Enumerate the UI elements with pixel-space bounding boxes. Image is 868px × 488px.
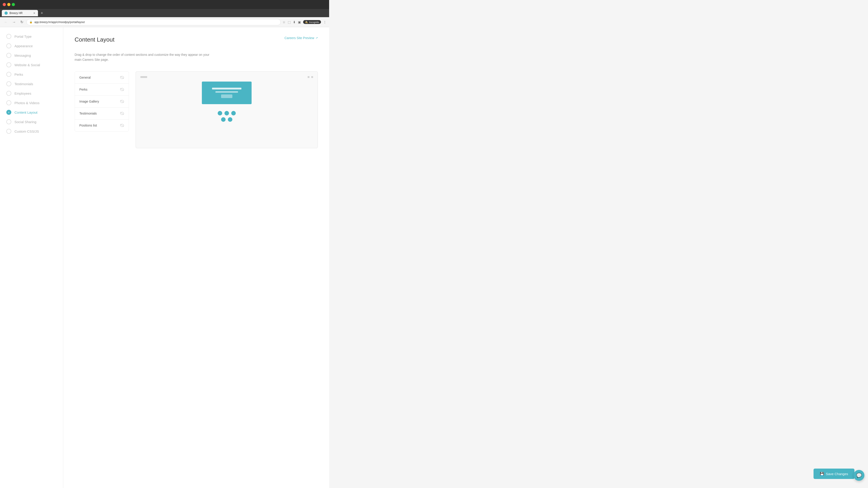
sidebar-item-testimonials[interactable]: Testimonials (0, 79, 63, 89)
sidebar-item-employees[interactable]: Employees (0, 89, 63, 98)
hide-icon-image-gallery[interactable] (120, 100, 124, 103)
forward-btn[interactable]: → (11, 19, 17, 25)
hero-line-2 (215, 91, 238, 93)
list-item-general-label: General (79, 76, 91, 79)
sidebar-icon-employees (6, 91, 11, 96)
preview-icons-row-2 (221, 117, 232, 122)
main-content: Content Layout Careers Site Preview ↗ Dr… (63, 27, 329, 488)
minimize-window-btn[interactable] (7, 3, 10, 6)
window-controls (3, 3, 15, 6)
hide-icon-testimonials[interactable] (120, 112, 124, 115)
sidebar-label-employees: Employees (14, 92, 31, 95)
careers-preview-text: Careers Site Preview (285, 36, 314, 40)
sidebar-item-website-social[interactable]: Website & Social (0, 60, 63, 70)
app-container: Portal Type Appearance Messaging Website… (0, 27, 329, 488)
hide-icon-perks[interactable] (120, 88, 124, 91)
list-item-positions-list[interactable]: Positions list (75, 120, 129, 131)
sidebar-label-custom-css: Custom CSS/JS (14, 129, 39, 133)
reload-btn[interactable]: ↻ (19, 19, 25, 25)
list-panel: General Perks Image Gallery (74, 71, 129, 131)
list-item-image-gallery[interactable]: Image Gallery (75, 96, 129, 107)
preview-icons-row-1 (218, 111, 236, 116)
sidebar-icon-social-sharing (6, 119, 11, 124)
sidebar-icon-portal-type (6, 34, 11, 39)
url-text: app.breezy.hr/app/c/moodjoy/portal/layou… (34, 21, 278, 24)
sidebar-icon-testimonials (6, 81, 11, 86)
tab-title: Breezy HR (9, 11, 23, 15)
tab-favicon (4, 11, 8, 15)
hide-icon-positions-list[interactable] (120, 124, 124, 127)
toolbar-icons: ☆ ⬚ ⬇ ▣ 🕵 Incognito ⋮ (283, 20, 327, 24)
sidebar-label-testimonials: Testimonials (14, 82, 33, 86)
hero-line-1 (212, 88, 241, 90)
content-area: General Perks Image Gallery (74, 71, 318, 148)
browser-chrome (0, 0, 329, 9)
incognito-badge: 🕵 Incognito (303, 20, 321, 24)
sidebar-label-messaging: Messaging (14, 54, 31, 57)
tab-bar: Breezy HR ✕ + (0, 9, 329, 17)
sidebar-icon-photos-videos (6, 100, 11, 105)
sidebar-label-perks: Perks (14, 72, 23, 76)
description-text: Drag & drop to change the order of conte… (74, 52, 210, 62)
sidebar-item-photos-videos[interactable]: Photos & Videos (0, 98, 63, 107)
page-title: Content Layout (74, 36, 114, 43)
tab-close-btn[interactable]: ✕ (33, 12, 35, 15)
preview-nav-dot1 (308, 76, 309, 78)
list-item-image-gallery-label: Image Gallery (79, 100, 99, 103)
preview-panel (135, 71, 318, 148)
preview-circle-4 (221, 117, 225, 122)
careers-preview-link[interactable]: Careers Site Preview ↗ (285, 36, 318, 40)
address-bar-row: ← → ↻ 🔒 app.breezy.hr/app/c/moodjoy/port… (0, 17, 329, 27)
menu-icon[interactable]: ⋮ (323, 20, 327, 24)
sidebar: Portal Type Appearance Messaging Website… (0, 27, 63, 488)
preview-circle-1 (218, 111, 222, 116)
preview-nav-bar (141, 76, 313, 78)
preview-nav-dot2 (311, 76, 313, 78)
preview-hero (202, 82, 252, 104)
sidebar-label-social-sharing: Social Sharing (14, 120, 36, 124)
external-link-icon: ↗ (315, 36, 318, 39)
sidebar-item-content-layout[interactable]: ≡ Content Layout (0, 107, 63, 117)
incognito-label: Incognito (309, 21, 319, 24)
address-bar[interactable]: 🔒 app.breezy.hr/app/c/moodjoy/portal/lay… (26, 19, 281, 25)
preview-circle-5 (228, 117, 232, 122)
download-icon[interactable]: ⬇ (293, 20, 296, 24)
sidebar-item-perks[interactable]: Perks (0, 70, 63, 79)
active-tab[interactable]: Breezy HR ✕ (2, 10, 38, 16)
sidebar-icon-appearance (6, 43, 11, 48)
lock-icon: 🔒 (29, 21, 33, 24)
sidebar-icon-custom-css (6, 129, 11, 134)
sidebar-item-custom-css[interactable]: Custom CSS/JS (0, 127, 63, 136)
sidebar-label-website-social: Website & Social (14, 63, 40, 67)
split-screen-icon[interactable]: ▣ (298, 20, 301, 24)
maximize-window-btn[interactable] (12, 3, 15, 6)
hero-cta-btn (221, 94, 232, 98)
sidebar-label-photos-videos: Photos & Videos (14, 101, 39, 105)
list-item-perks-label: Perks (79, 88, 88, 91)
sidebar-icon-messaging (6, 53, 11, 58)
incognito-icon: 🕵 (305, 21, 308, 24)
preview-circle-3 (231, 111, 236, 116)
list-item-testimonials-label: Testimonials (79, 111, 97, 115)
sidebar-item-messaging[interactable]: Messaging (0, 51, 63, 60)
sidebar-label-appearance: Appearance (14, 44, 33, 48)
extensions-icon[interactable]: ⬚ (288, 20, 291, 24)
sidebar-item-social-sharing[interactable]: Social Sharing (0, 117, 63, 127)
bookmark-icon[interactable]: ☆ (283, 20, 285, 24)
sidebar-icon-content-layout: ≡ (6, 110, 11, 115)
list-item-positions-label: Positions list (79, 124, 97, 127)
list-item-testimonials[interactable]: Testimonials (75, 107, 129, 120)
page-header: Content Layout Careers Site Preview ↗ (74, 36, 318, 43)
sidebar-icon-perks (6, 72, 11, 77)
sidebar-label-portal-type: Portal Type (14, 35, 32, 38)
hide-icon-general[interactable] (120, 76, 124, 79)
sidebar-item-appearance[interactable]: Appearance (0, 41, 63, 51)
sidebar-icon-website-social (6, 62, 11, 67)
list-item-perks[interactable]: Perks (75, 84, 129, 96)
list-item-general[interactable]: General (75, 72, 129, 84)
close-window-btn[interactable] (3, 3, 6, 6)
back-btn[interactable]: ← (3, 19, 9, 25)
new-tab-btn[interactable]: + (39, 11, 45, 15)
sidebar-label-content-layout: Content Layout (14, 110, 37, 114)
sidebar-item-portal-type[interactable]: Portal Type (0, 32, 63, 41)
